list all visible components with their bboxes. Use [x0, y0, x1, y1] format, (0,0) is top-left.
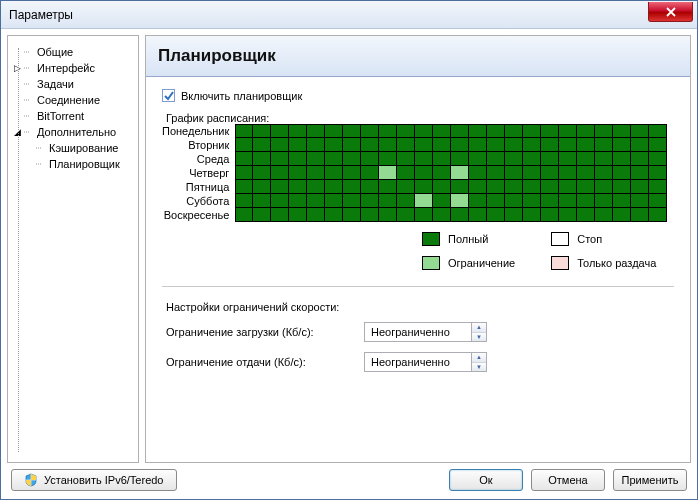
schedule-cell[interactable] — [541, 194, 559, 208]
schedule-cell[interactable] — [379, 152, 397, 166]
schedule-cell[interactable] — [325, 152, 343, 166]
schedule-cell[interactable] — [361, 138, 379, 152]
schedule-cell[interactable] — [649, 166, 667, 180]
schedule-cell[interactable] — [307, 180, 325, 194]
category-tree[interactable]: Общие▷ИнтерфейсЗадачиСоединениеBitTorren… — [7, 35, 139, 463]
schedule-cell[interactable] — [379, 138, 397, 152]
schedule-cell[interactable] — [271, 152, 289, 166]
schedule-cell[interactable] — [505, 138, 523, 152]
schedule-cell[interactable] — [613, 124, 631, 138]
schedule-cell[interactable] — [541, 180, 559, 194]
schedule-cell[interactable] — [253, 194, 271, 208]
schedule-cell[interactable] — [271, 208, 289, 222]
schedule-cell[interactable] — [271, 138, 289, 152]
schedule-cell[interactable] — [361, 124, 379, 138]
schedule-cell[interactable] — [235, 124, 253, 138]
schedule-cell[interactable] — [487, 194, 505, 208]
schedule-cell[interactable] — [559, 194, 577, 208]
download-limit-spinner[interactable]: ▲ ▼ — [364, 322, 487, 342]
schedule-cell[interactable] — [307, 194, 325, 208]
close-button[interactable] — [648, 2, 693, 22]
schedule-cell[interactable] — [631, 180, 649, 194]
schedule-cell[interactable] — [325, 124, 343, 138]
schedule-cell[interactable] — [523, 152, 541, 166]
schedule-cell[interactable] — [325, 180, 343, 194]
schedule-cell[interactable] — [595, 194, 613, 208]
schedule-cell[interactable] — [595, 152, 613, 166]
schedule-cell[interactable] — [631, 166, 649, 180]
schedule-cell[interactable] — [631, 194, 649, 208]
tree-item[interactable]: ▷Интерфейс — [12, 60, 134, 76]
cancel-button[interactable]: Отмена — [531, 469, 605, 491]
schedule-cell[interactable] — [577, 152, 595, 166]
schedule-cell[interactable] — [649, 180, 667, 194]
schedule-cell[interactable] — [487, 208, 505, 222]
schedule-cell[interactable] — [451, 208, 469, 222]
schedule-cell[interactable] — [271, 124, 289, 138]
install-ipv6-button[interactable]: Установить IPv6/Teredo — [11, 469, 177, 491]
schedule-cell[interactable] — [649, 138, 667, 152]
schedule-cell[interactable] — [613, 166, 631, 180]
schedule-cell[interactable] — [325, 194, 343, 208]
schedule-cell[interactable] — [559, 166, 577, 180]
schedule-cell[interactable] — [469, 124, 487, 138]
schedule-cell[interactable] — [451, 194, 469, 208]
schedule-cell[interactable] — [541, 208, 559, 222]
schedule-cell[interactable] — [397, 194, 415, 208]
schedule-cell[interactable] — [451, 166, 469, 180]
schedule-cell[interactable] — [595, 166, 613, 180]
schedule-cell[interactable] — [271, 166, 289, 180]
schedule-cell[interactable] — [361, 152, 379, 166]
schedule-cell[interactable] — [595, 180, 613, 194]
schedule-cell[interactable] — [469, 138, 487, 152]
schedule-cell[interactable] — [415, 208, 433, 222]
schedule-cell[interactable] — [379, 194, 397, 208]
schedule-cell[interactable] — [289, 180, 307, 194]
schedule-cell[interactable] — [523, 180, 541, 194]
schedule-cell[interactable] — [235, 166, 253, 180]
schedule-cell[interactable] — [451, 124, 469, 138]
schedule-cell[interactable] — [379, 166, 397, 180]
schedule-cell[interactable] — [505, 166, 523, 180]
schedule-cell[interactable] — [415, 124, 433, 138]
schedule-cell[interactable] — [577, 166, 595, 180]
schedule-cell[interactable] — [253, 138, 271, 152]
schedule-cell[interactable] — [631, 124, 649, 138]
schedule-cell[interactable] — [469, 152, 487, 166]
schedule-cell[interactable] — [325, 208, 343, 222]
schedule-cell[interactable] — [343, 138, 361, 152]
schedule-cell[interactable] — [343, 152, 361, 166]
schedule-cell[interactable] — [595, 208, 613, 222]
schedule-cell[interactable] — [361, 180, 379, 194]
schedule-cell[interactable] — [289, 166, 307, 180]
enable-scheduler-row[interactable]: Включить планировщик — [162, 89, 674, 102]
schedule-cell[interactable] — [289, 138, 307, 152]
schedule-cell[interactable] — [379, 180, 397, 194]
schedule-cell[interactable] — [253, 152, 271, 166]
schedule-cell[interactable] — [235, 208, 253, 222]
schedule-cell[interactable] — [361, 194, 379, 208]
schedule-cell[interactable] — [577, 194, 595, 208]
schedule-cell[interactable] — [523, 194, 541, 208]
schedule-cell[interactable] — [307, 152, 325, 166]
schedule-cell[interactable] — [415, 152, 433, 166]
schedule-cell[interactable] — [595, 124, 613, 138]
schedule-cell[interactable] — [289, 152, 307, 166]
schedule-cell[interactable] — [343, 180, 361, 194]
schedule-cell[interactable] — [451, 138, 469, 152]
enable-scheduler-checkbox[interactable] — [162, 89, 175, 102]
schedule-cell[interactable] — [397, 152, 415, 166]
schedule-cell[interactable] — [253, 180, 271, 194]
schedule-cell[interactable] — [487, 138, 505, 152]
schedule-cell[interactable] — [631, 208, 649, 222]
schedule-cell[interactable] — [415, 194, 433, 208]
schedule-cell[interactable] — [505, 180, 523, 194]
schedule-cell[interactable] — [469, 194, 487, 208]
schedule-cell[interactable] — [649, 208, 667, 222]
schedule-cell[interactable] — [235, 138, 253, 152]
tree-item[interactable]: BitTorrent — [12, 108, 134, 124]
schedule-cell[interactable] — [505, 194, 523, 208]
schedule-cell[interactable] — [397, 138, 415, 152]
schedule-cell[interactable] — [541, 138, 559, 152]
tree-item[interactable]: Планировщик — [12, 156, 134, 172]
